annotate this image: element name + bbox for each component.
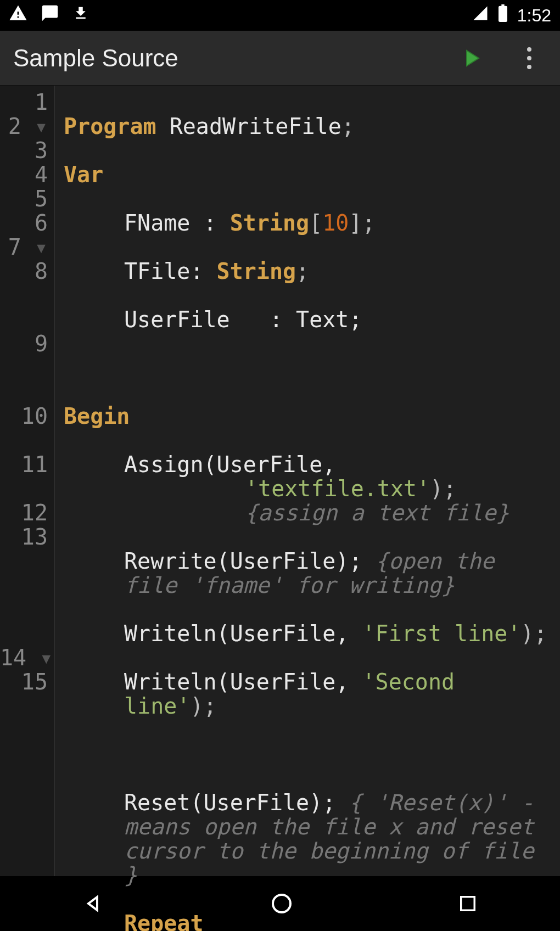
line-number: 2 ▾ [0, 114, 48, 138]
line-number: 1 [0, 90, 48, 114]
line-number: 13 [0, 525, 48, 646]
signal-icon [472, 5, 489, 26]
line-number: 7 ▾ [0, 235, 48, 259]
android-status-bar: 1:52 [0, 0, 560, 31]
run-button[interactable] [458, 45, 484, 71]
download-icon [72, 4, 89, 27]
line-number: 5 [0, 187, 48, 211]
status-right-icons: 1:52 [472, 4, 551, 26]
app-toolbar: Sample Source [0, 31, 560, 86]
line-number: 11 [0, 452, 48, 501]
line-number: 6 [0, 211, 48, 235]
code-editor[interactable]: 1 2 ▾ 3 4 5 6 7 ▾ 8 9 10 11 12 13 14 ▾ 1… [0, 86, 560, 876]
code-content[interactable]: Program ReadWriteFile; Var FName : Strin… [55, 86, 560, 876]
line-number: 12 [0, 501, 48, 525]
line-number: 10 [0, 404, 48, 452]
app-title: Sample Source [13, 44, 458, 72]
line-number: 8 [0, 259, 48, 332]
battery-icon [497, 4, 508, 26]
line-number: 15 [0, 670, 48, 694]
line-number: 4 [0, 162, 48, 187]
status-time: 1:52 [517, 5, 551, 26]
line-number: 3 [0, 138, 48, 162]
line-number: 9 [0, 332, 48, 404]
overflow-menu-button[interactable] [523, 43, 536, 74]
warning-icon [9, 4, 27, 27]
toolbar-actions [458, 43, 536, 74]
line-number: 14 ▾ [0, 646, 48, 670]
line-number-gutter: 1 2 ▾ 3 4 5 6 7 ▾ 8 9 10 11 12 13 14 ▾ 1… [0, 86, 55, 876]
status-left-icons [9, 4, 89, 27]
chat-icon [41, 4, 59, 27]
